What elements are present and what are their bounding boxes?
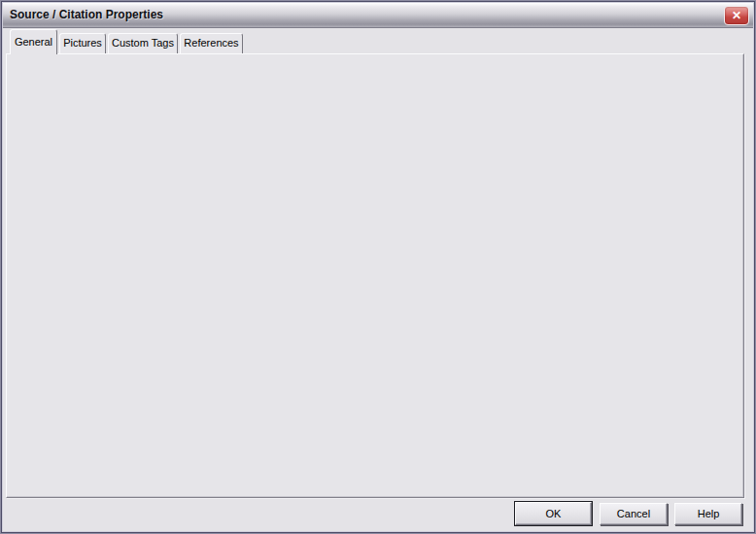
tab-pictures[interactable]: Pictures — [59, 33, 106, 53]
tab-pictures-label: Pictures — [63, 37, 102, 49]
tab-references[interactable]: References — [180, 33, 243, 53]
tab-custom-tags-label: Custom Tags — [112, 37, 174, 49]
tab-custom-tags[interactable]: Custom Tags — [108, 33, 178, 53]
close-button[interactable]: ✕ — [724, 6, 749, 25]
tab-page-general — [6, 53, 744, 498]
cancel-button[interactable]: Cancel — [600, 503, 668, 525]
tab-references-label: References — [184, 37, 238, 49]
titlebar: Source / Citation Properties ✕ — [3, 3, 753, 28]
tab-general-label: General — [15, 36, 52, 48]
dialog-window: Source / Citation Properties ✕ General P… — [0, 0, 756, 534]
help-button[interactable]: Help — [674, 503, 742, 525]
close-icon: ✕ — [732, 9, 741, 22]
ok-button[interactable]: OK — [515, 502, 592, 525]
dialog-title: Source / Citation Properties — [10, 8, 163, 21]
tab-general[interactable]: General — [10, 29, 57, 54]
